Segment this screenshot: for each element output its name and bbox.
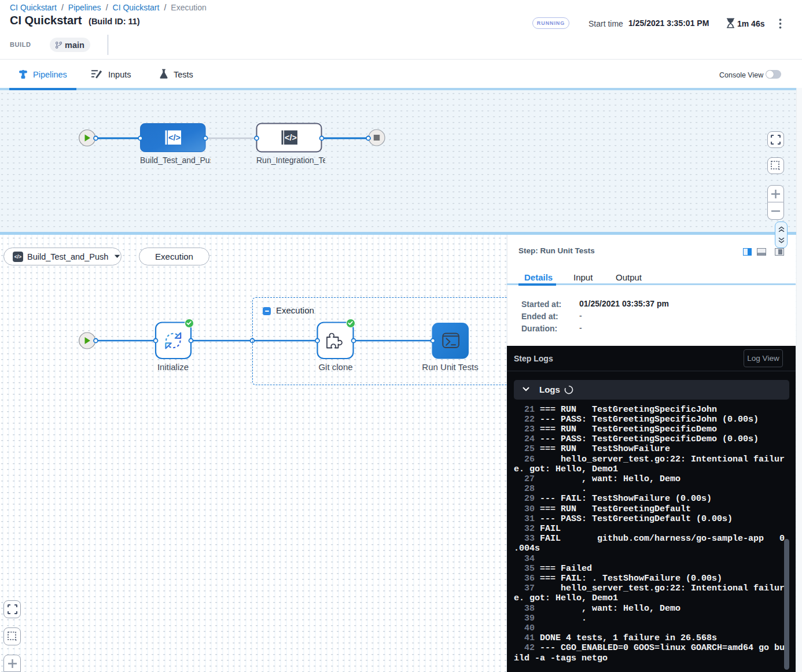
svg-text:</>: </>: [168, 133, 181, 142]
svg-text:</>: </>: [285, 133, 297, 142]
